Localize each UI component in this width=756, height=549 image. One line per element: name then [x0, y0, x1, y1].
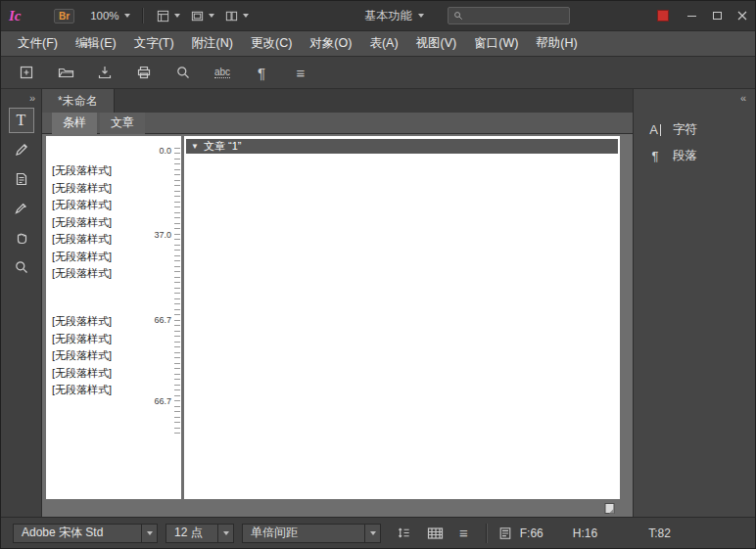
menubar: 文件(F)编辑(E)文字(T)附注(N)更改(C)对象(O)表(A)视图(V)窗… — [1, 30, 755, 56]
open-button[interactable] — [56, 63, 75, 82]
story-header[interactable]: ▼ 文章 “1” — [186, 139, 618, 154]
chevron-down-icon — [418, 14, 424, 18]
search-box[interactable] — [448, 7, 570, 24]
print-icon — [136, 65, 152, 80]
collapse-story-icon[interactable]: ▼ — [191, 143, 199, 151]
maximize-icon — [713, 12, 722, 20]
incopy-window: Ic Br 100% 基本功能 — [0, 0, 756, 549]
maximize-button[interactable] — [704, 1, 730, 30]
copyfit-stat: H:16 — [573, 526, 597, 540]
depth-ruler-mark: 66.7 — [154, 315, 171, 325]
chevron-down-icon — [223, 531, 229, 535]
spellcheck-button[interactable]: abc — [213, 63, 232, 82]
leading-dropdown[interactable] — [364, 525, 380, 542]
minimize-button[interactable] — [679, 1, 704, 30]
close-button[interactable] — [730, 1, 755, 30]
eyedropper-tool[interactable] — [9, 196, 34, 221]
menu-item[interactable]: 编辑(E) — [67, 31, 125, 56]
right-panel-dock: « A 字符 ¶ 段落 — [633, 89, 755, 517]
zoom-dropdown[interactable]: 100% — [86, 8, 133, 23]
arrange-documents-dropdown[interactable] — [219, 7, 254, 25]
type-tool[interactable]: T — [9, 108, 34, 133]
menu-item[interactable]: 文件(F) — [9, 31, 67, 56]
record-indicator-icon — [657, 10, 669, 22]
view-options-dropdown[interactable] — [151, 7, 185, 25]
leading-select[interactable]: 单倍间距 — [242, 524, 381, 543]
view-tab[interactable]: 文章 — [100, 113, 145, 134]
paragraph-panel-button[interactable]: ¶ 段落 — [634, 143, 755, 169]
spellcheck-icon: abc — [214, 67, 230, 78]
expand-panel-icon[interactable]: » — [29, 92, 35, 104]
zoom-icon — [14, 259, 29, 275]
copyfit-info: F:66 H:16 T:82 — [498, 526, 671, 540]
menu-item[interactable]: 窗口(W) — [465, 31, 527, 56]
menu-item[interactable]: 文字(T) — [125, 31, 183, 56]
open-folder-icon — [58, 65, 74, 80]
editor-content: [无段落样式][无段落样式][无段落样式][无段落样式][无段落样式][无段落样… — [42, 134, 633, 517]
hand-icon — [14, 230, 29, 246]
incopy-logo: Ic — [9, 8, 30, 24]
story-panel[interactable]: ▼ 文章 “1” — [184, 136, 620, 499]
line-spacing-button[interactable] — [397, 526, 411, 540]
search-input[interactable] — [467, 10, 560, 22]
menu-item[interactable]: 更改(C) — [242, 31, 301, 56]
font-size-dropdown[interactable] — [217, 525, 233, 542]
paragraph-style-label: [无段落样式] — [52, 162, 112, 180]
workspace-label: 基本功能 — [365, 8, 412, 24]
depth-ruler-ticks — [174, 148, 180, 436]
show-paragraph-marks-button[interactable]: ¶ — [252, 63, 271, 82]
font-family-dropdown[interactable] — [141, 525, 157, 542]
chevron-down-icon — [147, 531, 153, 535]
workarea: » T *未命名 条样文章 — [1, 89, 755, 517]
search-icon — [175, 65, 191, 80]
screen-mode-dropdown[interactable] — [185, 7, 219, 25]
font-family-value: Adobe 宋体 Std — [14, 525, 141, 541]
menu-item[interactable]: 表(A) — [360, 31, 406, 56]
copyfit-stat: F:66 — [520, 526, 543, 540]
bridge-button[interactable]: Br — [54, 9, 74, 23]
view-options-icon — [156, 9, 170, 23]
new-document-icon — [19, 65, 34, 80]
save-button[interactable] — [95, 63, 115, 82]
pencil-tool[interactable] — [9, 137, 34, 162]
grid-toggle-button[interactable] — [427, 526, 444, 540]
font-family-select[interactable]: Adobe 宋体 Std — [13, 524, 158, 543]
menu-item[interactable]: 对象(O) — [301, 31, 360, 56]
paragraph-style-label: [无段落样式] — [52, 347, 112, 365]
status-menu-button[interactable]: ≡ — [459, 526, 468, 540]
toolbar-menu-button[interactable]: ≡ — [291, 63, 310, 82]
paragraph-style-label: [无段落样式] — [52, 365, 112, 383]
galley-panel[interactable]: [无段落样式][无段落样式][无段落样式][无段落样式][无段落样式][无段落样… — [46, 136, 181, 499]
document-tab[interactable]: *未命名 — [42, 89, 115, 113]
note-tool[interactable] — [9, 166, 34, 192]
new-document-button[interactable] — [17, 63, 36, 82]
menu-item[interactable]: 附注(N) — [183, 31, 242, 56]
paragraph-style-list-1: [无段落样式][无段落样式][无段落样式][无段落样式][无段落样式][无段落样… — [52, 162, 112, 283]
view-tab[interactable]: 条样 — [52, 113, 97, 134]
workspace-switcher[interactable]: 基本功能 — [359, 6, 430, 26]
zoom-tool[interactable] — [9, 254, 34, 280]
statusbar: Adobe 宋体 Std 12 点 单倍间距 ≡ F:66 H:16 T:82 — [1, 517, 755, 548]
chevron-down-icon — [209, 14, 214, 18]
type-tool-icon: T — [17, 112, 26, 129]
paragraph-style-label: [无段落样式] — [52, 180, 112, 198]
paragraph-style-label: [无段落样式] — [52, 231, 112, 249]
print-button[interactable] — [134, 63, 154, 82]
line-spacing-icon — [397, 526, 411, 540]
window-controls — [657, 1, 755, 30]
save-icon — [97, 65, 113, 80]
search-tool-button[interactable] — [173, 63, 193, 82]
paragraph-style-label: [无段落样式] — [52, 214, 112, 232]
font-size-select[interactable]: 12 点 — [165, 524, 234, 543]
menu-icon: ≡ — [297, 66, 306, 80]
chevron-down-icon — [370, 531, 376, 535]
hand-tool[interactable] — [9, 225, 34, 251]
menu-item[interactable]: 帮助(H) — [527, 31, 586, 56]
resize-grip-icon[interactable] — [603, 501, 617, 514]
character-panel-button[interactable]: A 字符 — [634, 116, 755, 143]
paragraph-style-label: [无段落样式] — [52, 197, 112, 214]
menu-item[interactable]: 视图(V) — [407, 31, 466, 56]
collapse-panel-icon[interactable]: « — [740, 92, 746, 104]
paragraph-style-label: [无段落样式] — [52, 249, 112, 266]
paragraph-style-list-2: [无段落样式][无段落样式][无段落样式][无段落样式][无段落样式] — [52, 313, 112, 399]
